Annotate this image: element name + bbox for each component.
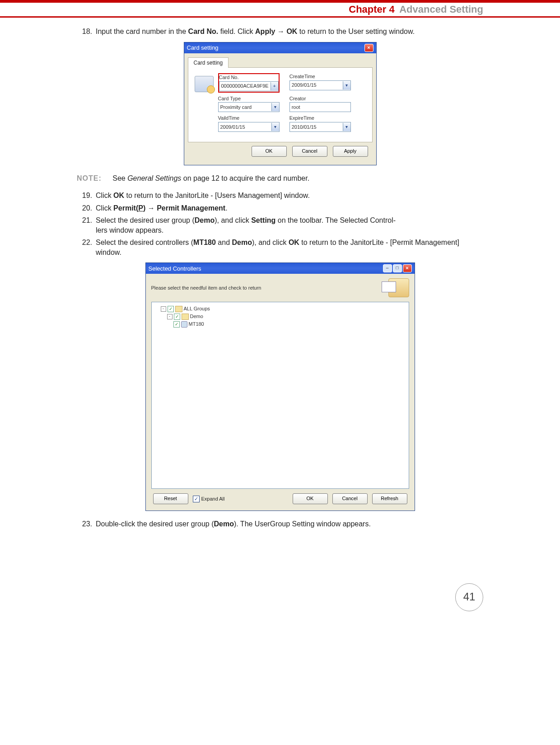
cancel-button[interactable]: Cancel bbox=[292, 146, 327, 157]
folder-icon bbox=[175, 306, 182, 312]
creator-input[interactable]: root bbox=[289, 102, 351, 112]
tree-node-mt180[interactable]: ✓ MT180 bbox=[173, 320, 406, 328]
note-block: NOTE: See General Settings on page 12 to… bbox=[77, 173, 483, 183]
maximize-icon[interactable]: □ bbox=[393, 264, 402, 272]
page-number: 41 bbox=[455, 583, 483, 611]
selected-controllers-dialog: Selected Controllers – □ × Please select… bbox=[145, 262, 415, 511]
note-label: NOTE: bbox=[77, 174, 102, 182]
chevron-down-icon[interactable]: ▾ bbox=[343, 81, 350, 89]
tree-panel[interactable]: - ✓ ALL Groups - ✓ bbox=[151, 302, 409, 489]
clipboard-icon bbox=[388, 278, 409, 297]
dialog-titlebar: Selected Controllers – □ × bbox=[146, 263, 415, 274]
device-icon bbox=[181, 321, 187, 328]
chevron-down-icon[interactable]: ▾ bbox=[271, 123, 279, 131]
page-header: Chapter 4 Advanced Setting bbox=[0, 0, 560, 18]
card-no-input[interactable]: 00000000ACEA9F9E + bbox=[219, 81, 279, 91]
create-time-input[interactable]: 2009/01/15 ▾ bbox=[289, 80, 351, 90]
step-18: 18. Input the card number in the Card No… bbox=[77, 27, 483, 37]
apply-button[interactable]: Apply bbox=[333, 146, 368, 157]
collapse-icon[interactable]: - bbox=[161, 306, 166, 312]
dialog-hint: Please select the needful item and check… bbox=[151, 285, 261, 291]
tree-node-demo[interactable]: - ✓ Demo bbox=[167, 313, 406, 320]
step-19: 19. Click OK to return to the JanitorLit… bbox=[77, 191, 483, 201]
step-20: 20. Click Permit(P) → Permit Management. bbox=[77, 203, 483, 213]
step-18-text: Input the card number in the Card No. fi… bbox=[96, 27, 483, 37]
checkbox-demo[interactable]: ✓ bbox=[174, 314, 180, 320]
dialog-title: Card setting bbox=[187, 44, 219, 52]
tab-card-setting[interactable]: Card setting bbox=[188, 57, 229, 68]
collapse-icon[interactable]: - bbox=[167, 314, 173, 319]
reset-button[interactable]: Reset bbox=[153, 493, 188, 504]
chevron-down-icon[interactable]: ▾ bbox=[343, 123, 350, 131]
chapter-label: Chapter 4 bbox=[349, 4, 394, 15]
ok-button[interactable]: OK bbox=[252, 146, 287, 157]
minimize-icon[interactable]: – bbox=[383, 264, 392, 272]
section-label: Advanced Setting bbox=[399, 4, 483, 15]
close-icon[interactable]: × bbox=[364, 44, 373, 52]
checkbox-all-groups[interactable]: ✓ bbox=[168, 306, 174, 312]
ok-button[interactable]: OK bbox=[293, 493, 328, 504]
card-icon bbox=[195, 76, 214, 92]
valid-time-input[interactable]: 2009/01/15 ▾ bbox=[218, 122, 280, 132]
step-23: 23. Double-click the desired user group … bbox=[77, 519, 483, 529]
card-no-field: Card No. 00000000ACEA9F9E + bbox=[218, 73, 280, 93]
chevron-down-icon[interactable]: ▾ bbox=[271, 103, 279, 111]
step-21: 21. Select the desired user group (Demo)… bbox=[77, 216, 483, 235]
refresh-button[interactable]: Refresh bbox=[372, 493, 407, 504]
card-no-append-icon[interactable]: + bbox=[271, 82, 278, 90]
step-22: 22. Select the desired controllers (MT18… bbox=[77, 238, 483, 257]
expand-all-checkbox[interactable]: ✓ Expand All bbox=[193, 496, 225, 502]
tree-node-all-groups[interactable]: - ✓ ALL Groups bbox=[161, 305, 406, 313]
cancel-button[interactable]: Cancel bbox=[332, 493, 368, 504]
folder-icon bbox=[182, 314, 189, 320]
card-setting-dialog: Card setting × Card setting Card No. 000… bbox=[184, 42, 377, 166]
expire-time-input[interactable]: 2010/01/15 ▾ bbox=[289, 122, 351, 132]
dialog-titlebar: Card setting × bbox=[184, 42, 376, 53]
close-icon[interactable]: × bbox=[403, 264, 412, 272]
dialog-title: Selected Controllers bbox=[149, 265, 201, 273]
checkbox-mt180[interactable]: ✓ bbox=[173, 321, 180, 328]
card-type-select[interactable]: Proximity card ▾ bbox=[218, 102, 280, 112]
